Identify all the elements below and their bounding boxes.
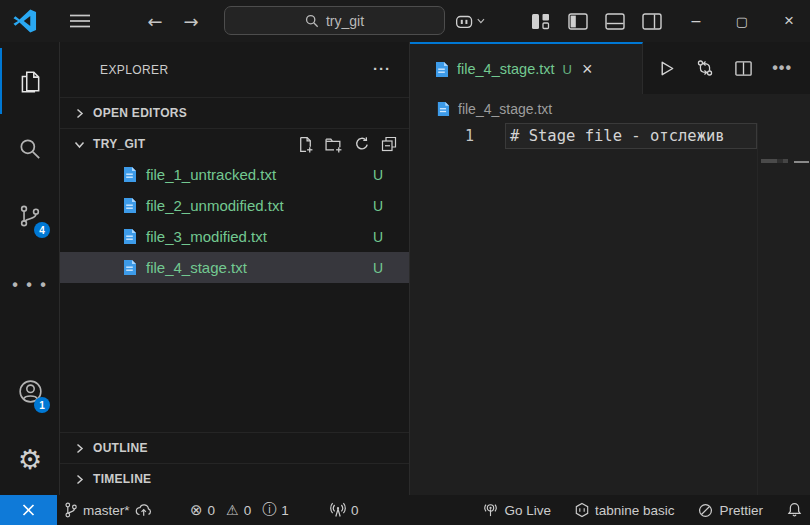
info-count: 1 [281,503,289,518]
toggle-primary-sidebar-icon[interactable] [567,12,588,30]
code-area[interactable]: 1 # Stage file - отслежив [410,123,757,495]
outline-label: OUTLINE [93,441,148,455]
timeline-section[interactable]: TIMELINE [60,463,409,494]
file-icon [122,259,137,276]
file-row-selected[interactable]: file_4_stage.txt U [60,252,409,283]
customize-layout-icon[interactable] [530,12,551,30]
tab-git-badge: U [563,62,572,77]
maximize-button[interactable]: ▢ [727,6,757,36]
open-editors-section[interactable]: OPEN EDITORS [60,97,409,128]
file-icon [434,61,449,78]
menu-icon[interactable] [66,11,94,31]
additional-views-button[interactable]: • • • [0,261,60,309]
back-arrow-icon[interactable]: ← [142,8,168,34]
breadcrumb-item: file_4_stage.txt [458,101,552,117]
tab-bar: file_4_stage.txt U × [410,42,810,94]
explorer-sidebar: EXPLORER ··· OPEN EDITORS TRY_GIT [60,42,410,495]
tabnine-label: tabnine basic [595,503,675,518]
accounts-badge: 1 [34,397,50,413]
breadcrumb[interactable]: file_4_stage.txt [410,94,810,123]
remote-icon [21,503,36,517]
activity-bar: 4 • • • 1 ⚙ [0,42,60,495]
source-control-view-button[interactable]: 4 [0,192,60,240]
settings-gear-icon[interactable]: ⚙ [0,435,60,483]
remote-indicator[interactable] [0,495,57,525]
file-name: file_3_modified.txt [146,228,267,245]
new-folder-button[interactable] [325,136,343,153]
tabnine-status-item[interactable]: tabnine basic [575,502,675,518]
collapse-all-icon[interactable] [381,136,397,152]
tab-file-4-stage[interactable]: file_4_stage.txt U × [410,42,643,94]
open-changes-icon[interactable] [695,58,715,78]
files-icon [17,69,43,95]
forward-arrow-icon[interactable]: → [178,8,204,34]
git-status-badge: U [373,229,383,245]
search-icon [17,136,43,162]
refresh-icon[interactable] [354,136,370,152]
title-bar: ← → try_git [0,0,810,42]
copilot-icon[interactable] [455,9,485,33]
chevron-down-icon [74,139,85,150]
file-row[interactable]: file_3_modified.txt U [60,221,409,252]
open-editors-label: OPEN EDITORS [93,106,187,120]
folder-section[interactable]: TRY_GIT [60,128,409,159]
status-bar: master* ⊗ 0 ⚠ 0 ⓘ 1 0 [0,495,810,525]
error-count: 0 [208,503,216,518]
new-file-button[interactable] [297,136,314,153]
toggle-panel-icon[interactable] [604,12,625,30]
minimize-button[interactable]: – [681,6,711,36]
scrollbar-slider [794,161,809,163]
file-row[interactable]: file_2_unmodified.txt U [60,190,409,221]
prettier-disabled-icon [698,503,713,518]
chevron-right-icon [74,108,85,119]
split-editor-icon[interactable] [734,59,753,78]
explorer-view-button[interactable] [0,58,60,106]
run-button[interactable] [657,59,676,78]
more-actions-icon[interactable]: ••• [772,59,792,77]
search-view-button[interactable] [0,125,60,173]
file-row[interactable]: file_1_untracked.txt U [60,159,409,190]
radio-tower-icon [330,502,346,518]
chevron-right-icon [74,474,85,485]
error-icon: ⊗ [190,501,203,519]
file-icon [122,228,137,245]
sidebar-title: EXPLORER [100,63,169,77]
branch-name: master* [83,503,130,518]
explorer-more-actions-icon[interactable]: ··· [373,60,391,77]
go-live-button[interactable]: Go Live [483,502,551,518]
ports-count: 0 [351,503,359,518]
close-tab-icon[interactable]: × [582,59,593,80]
outline-section[interactable]: OUTLINE [60,432,409,463]
minimap-line-marks [761,159,788,163]
vscode-window: ← → try_git [0,0,810,525]
editor-scrollbar[interactable] [793,123,810,495]
notifications-bell-icon[interactable] [787,502,802,518]
line-number: 1 [454,127,474,145]
git-status-badge: U [373,167,383,183]
ports-status-item[interactable]: 0 [330,495,359,525]
file-name: file_1_untracked.txt [146,166,276,183]
accounts-button[interactable]: 1 [0,367,60,415]
search-value: try_git [326,13,364,29]
prettier-label: Prettier [719,503,763,518]
branch-status-item[interactable]: master* [64,495,152,525]
cloud-upload-icon [135,502,152,518]
problems-status-item[interactable]: ⊗ 0 ⚠ 0 ⓘ 1 [190,495,289,525]
go-live-label: Go Live [504,503,551,518]
warning-icon: ⚠ [226,502,239,518]
file-icon [436,101,450,117]
file-icon [122,166,137,183]
tab-label: file_4_stage.txt [457,61,555,77]
chevron-right-icon [74,443,85,454]
close-window-button[interactable]: × [774,6,804,36]
search-command-center[interactable]: try_git [224,6,445,35]
minimap[interactable] [757,123,793,495]
tabnine-icon [575,502,589,518]
editor-group: file_4_stage.txt U × [410,42,810,495]
file-name: file_4_stage.txt [146,259,247,276]
toggle-secondary-sidebar-icon[interactable] [641,12,662,30]
info-icon: ⓘ [262,501,276,519]
prettier-status-item[interactable]: Prettier [698,503,763,518]
timeline-label: TIMELINE [93,472,151,486]
status-bar-right: Go Live tabnine basic Prettier [483,495,802,525]
